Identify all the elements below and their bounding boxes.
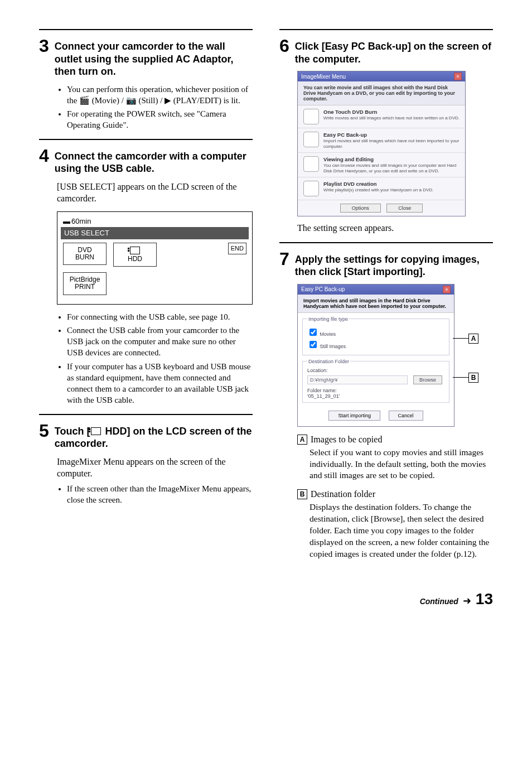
lcd-btn-hdd-label: HDD — [128, 255, 142, 263]
divider — [279, 242, 493, 243]
divider — [39, 29, 253, 30]
dialog-titlebar: Easy PC Back-up × — [298, 285, 454, 295]
label-b-row: B Destination folder — [297, 489, 493, 499]
lcd-btn-dvd-burn[interactable]: DVD BURN — [63, 243, 107, 265]
step-number: 6 — [279, 37, 289, 55]
start-importing-button[interactable]: Start importing — [328, 411, 380, 421]
divider — [39, 414, 253, 415]
step-5: 5 Touch [ HDD] on the LCD screen of the … — [39, 422, 253, 506]
still-images-checkbox[interactable] — [309, 341, 317, 348]
lcd-btn-pictbridge[interactable]: PictBridge PRINT — [63, 272, 107, 295]
importing-file-type-group: Importing file type Movies Still Images — [302, 316, 449, 355]
menu-item-playlist[interactable]: Playlist DVD creationWrite playlist(s) c… — [298, 177, 465, 200]
movies-label: Movies — [320, 331, 336, 337]
dialog-subtitle: Import movies and still images in the Ha… — [298, 295, 454, 313]
folder-name-value: '05_11_29_01' — [307, 393, 444, 399]
bullet: You can perform this operation, whicheve… — [67, 84, 253, 107]
close-icon[interactable]: × — [443, 286, 451, 293]
menu-desc: Write movies and still images which have… — [323, 115, 460, 120]
page-footer: Continued ➜ 13 — [39, 590, 493, 608]
lcd-btn-end[interactable]: END — [228, 243, 246, 254]
folder-name-label: Folder name: — [307, 388, 444, 393]
browse-button[interactable]: Browse — [413, 375, 442, 384]
viewing-icon — [303, 156, 319, 172]
window-title: ImageMixer Menu — [301, 74, 346, 80]
menu-heading: One Touch DVD Burn — [323, 109, 460, 115]
step-4: 4 Connect the camcorder with a computer … — [39, 147, 253, 406]
bullet: Connect the USB cable from your camcorde… — [67, 325, 253, 359]
step-title: Touch [ HDD] on the LCD screen of the ca… — [55, 425, 253, 450]
close-button[interactable]: Close — [386, 204, 423, 213]
divider — [39, 139, 253, 140]
dialog-title: Easy PC Back-up — [301, 286, 345, 292]
disc-icon — [303, 109, 319, 124]
callout-b: B — [453, 373, 478, 383]
lcd-btn-hdd[interactable]: HDD — [113, 243, 157, 267]
bullet: For operating the POWER switch, see "Cam… — [67, 108, 253, 131]
menu-heading: Viewing and Editing — [323, 156, 460, 162]
callout-a-box: A — [468, 334, 478, 344]
menu-heading: Easy PC Back-up — [323, 132, 460, 138]
left-column: 3 Connect your camcorder to the wall out… — [39, 22, 253, 568]
step-intro: [USB SELECT] appears on the LCD screen o… — [57, 181, 253, 205]
right-column: 6 Click [Easy PC Back-up] on the screen … — [279, 22, 493, 568]
bullet: If the screen other than the ImageMixer … — [67, 483, 253, 506]
continued-label: Continued — [420, 597, 458, 606]
menu-desc: Write playlist(s) created with your Hand… — [323, 187, 433, 192]
step-title: Connect the camcorder with a computer us… — [55, 150, 253, 175]
bullet: If your computer has a USB keyboard and … — [67, 361, 253, 406]
step-title: Connect your camcorder to the wall outle… — [55, 40, 253, 78]
close-icon[interactable]: × — [454, 73, 462, 80]
imagemixer-menu-window: ImageMixer Menu × You can write movie an… — [297, 71, 466, 216]
menu-heading: Playlist DVD creation — [323, 181, 433, 187]
options-button[interactable]: Options — [340, 204, 381, 213]
window-titlebar: ImageMixer Menu × — [298, 71, 465, 81]
label-b-desc: Displays the destination folders. To cha… — [309, 502, 493, 560]
backup-icon — [303, 132, 319, 147]
battery-indicator: 60min — [63, 217, 91, 225]
menu-item-easy-backup[interactable]: Easy PC Back-upImport movies and still i… — [298, 128, 465, 153]
lcd-screen: 60min USB SELECT DVD BURN HDD END PictBr… — [57, 211, 253, 305]
fieldset-legend: Importing file type — [307, 316, 349, 322]
continued-arrow-icon: ➜ — [463, 595, 471, 607]
window-subtitle: You can write movie and still images sho… — [298, 81, 465, 105]
lcd-title: USB SELECT — [61, 227, 249, 239]
bullet: For connecting with the USB cable, see p… — [67, 311, 253, 322]
movies-checkbox[interactable] — [309, 329, 317, 336]
label-a-marker: A — [297, 435, 307, 445]
callout-b-box: B — [468, 373, 478, 383]
step-number: 5 — [39, 422, 49, 440]
menu-desc: You can browse movies and still images i… — [323, 163, 457, 173]
step-7: 7 Apply the settings for copying images,… — [279, 250, 493, 560]
menu-item-one-touch[interactable]: One Touch DVD BurnWrite movies and still… — [298, 105, 465, 128]
menu-item-viewing[interactable]: Viewing and EditingYou can browse movies… — [298, 153, 465, 177]
divider — [279, 29, 493, 30]
step-6: 6 Click [Easy PC Back-up] on the screen … — [279, 37, 493, 234]
cancel-button[interactable]: Cancel — [389, 411, 423, 421]
fieldset-legend: Destination Folder — [307, 359, 350, 364]
label-a-row: A Images to be copied — [297, 435, 493, 445]
step-title: Click [Easy PC Back-up] on the screen of… — [295, 40, 493, 65]
step-after: The setting screen appears. — [297, 222, 493, 234]
menu-desc: Import movies and still images which hav… — [323, 138, 459, 149]
easy-pc-backup-dialog: Easy PC Back-up × Import movies and stil… — [297, 284, 454, 427]
location-label: Location: — [307, 368, 444, 373]
step-intro: ImageMixer Menu appears on the screen of… — [57, 456, 253, 480]
label-b-title: Destination folder — [311, 489, 375, 499]
step-title-pre: Touch [ — [55, 426, 90, 437]
label-a-desc: Select if you want to copy movies and st… — [309, 447, 493, 482]
callout-a: A — [453, 334, 478, 344]
still-label: Still Images — [320, 344, 346, 349]
step-3: 3 Connect your camcorder to the wall out… — [39, 37, 253, 131]
hdd-icon — [91, 427, 101, 435]
label-a-title: Images to be copied — [311, 435, 382, 445]
hdd-icon — [130, 247, 140, 254]
label-b-marker: B — [297, 489, 307, 499]
location-path: D:¥ImgMgr¥ — [307, 375, 408, 384]
step-number: 3 — [39, 37, 49, 55]
destination-folder-group: Destination Folder Location: D:¥ImgMgr¥ … — [302, 359, 449, 403]
playlist-icon — [303, 181, 319, 196]
page-number: 13 — [476, 590, 493, 608]
step-number: 4 — [39, 147, 49, 165]
step-number: 7 — [279, 250, 289, 268]
